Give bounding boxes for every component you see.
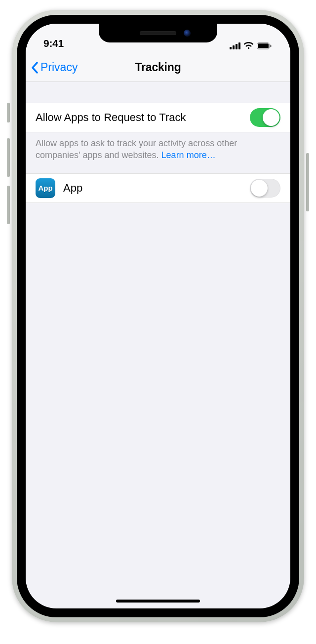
footnote: Allow apps to ask to track your activity… (26, 132, 290, 173)
svg-rect-6 (270, 44, 272, 47)
svg-rect-3 (238, 42, 240, 49)
section-spacer (26, 82, 290, 103)
toggle-knob (251, 180, 268, 197)
volume-up-button (7, 138, 10, 177)
wifi-icon (243, 42, 254, 49)
status-icons (230, 42, 272, 49)
notch (99, 24, 217, 42)
back-button[interactable]: Privacy (31, 53, 78, 81)
app-name-label: App (63, 182, 242, 195)
svg-rect-0 (230, 47, 232, 49)
cellular-icon (230, 42, 240, 49)
home-indicator[interactable] (116, 600, 200, 603)
svg-rect-2 (236, 44, 237, 49)
row-app: App App (26, 173, 290, 203)
power-button (306, 153, 309, 211)
status-time: 9:41 (43, 38, 64, 49)
learn-more-link[interactable]: Learn more… (161, 150, 216, 160)
screen: 9:41 (26, 24, 290, 608)
row-label: Allow Apps to Request to Track (36, 111, 250, 124)
toggle-knob (263, 109, 279, 126)
navbar: Privacy Tracking (26, 53, 290, 82)
device-frame: 9:41 (12, 10, 304, 622)
battery-icon (257, 42, 272, 49)
speaker-grille (140, 31, 176, 35)
toggle-app-tracking[interactable] (250, 179, 280, 198)
app-icon: App (36, 178, 55, 198)
front-camera (184, 30, 191, 37)
svg-rect-1 (233, 45, 235, 49)
mute-switch (7, 103, 10, 122)
volume-down-button (7, 186, 10, 224)
chevron-left-icon (31, 62, 39, 74)
page-title: Tracking (135, 61, 181, 74)
svg-rect-5 (258, 43, 269, 48)
row-allow-apps-request-track: Allow Apps to Request to Track (26, 103, 290, 132)
toggle-allow-apps-request-track[interactable] (250, 108, 280, 127)
back-button-label: Privacy (40, 61, 78, 74)
